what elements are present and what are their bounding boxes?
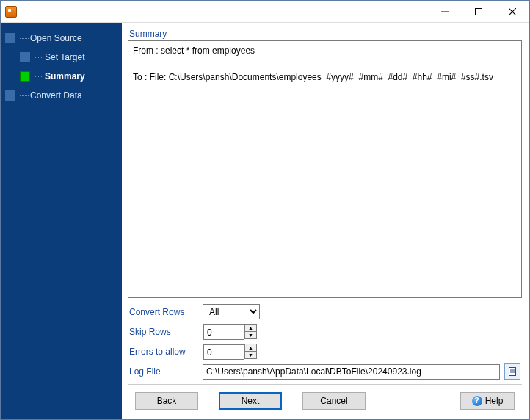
- svg-rect-4: [509, 368, 516, 376]
- help-icon: ?: [472, 396, 482, 406]
- maximize-button[interactable]: [462, 1, 495, 22]
- step-label: Summary: [45, 71, 85, 82]
- step-label: Set Target: [45, 52, 84, 62]
- step-label: Open Source: [30, 33, 82, 43]
- body: Open Source Set Target Summary Convert D…: [1, 23, 529, 419]
- browse-log-file-button[interactable]: [504, 363, 520, 380]
- errors-allow-label: Errors to allow: [129, 347, 203, 357]
- step-open-source[interactable]: Open Source: [1, 29, 122, 48]
- step-connector: [35, 57, 43, 58]
- close-button[interactable]: [495, 1, 529, 22]
- step-label: Convert Data: [30, 90, 82, 101]
- skip-rows-input[interactable]: [203, 325, 244, 340]
- next-button[interactable]: Next: [219, 392, 282, 410]
- log-file-input[interactable]: [203, 364, 500, 380]
- back-button[interactable]: Back: [135, 392, 198, 410]
- skip-rows-label: Skip Rows: [129, 327, 203, 337]
- help-label: Help: [485, 396, 504, 406]
- step-set-target[interactable]: Set Target: [1, 48, 122, 67]
- errors-allow-spinner: ▲ ▼: [203, 344, 257, 359]
- svg-rect-1: [476, 8, 482, 15]
- options-form: Convert Rows All Skip Rows ▲ ▼: [128, 298, 522, 384]
- file-icon: [508, 367, 517, 376]
- errors-allow-input[interactable]: [203, 344, 244, 360]
- step-connector: [20, 38, 29, 39]
- skip-rows-spinner: ▲ ▼: [203, 324, 257, 339]
- main-panel: Summary From : select * from employees T…: [122, 23, 529, 419]
- convert-rows-label: Convert Rows: [129, 307, 203, 317]
- step-connector: [20, 95, 29, 96]
- skip-rows-row: Skip Rows ▲ ▼: [129, 324, 520, 339]
- step-bullet-icon: [5, 33, 15, 43]
- step-bullet-icon: [20, 52, 30, 62]
- convert-rows-row: Convert Rows All: [129, 304, 520, 319]
- summary-section-label: Summary: [129, 29, 522, 39]
- spin-down-icon[interactable]: ▼: [245, 332, 256, 339]
- help-button[interactable]: ? Help: [460, 392, 515, 410]
- app-icon: [5, 6, 17, 18]
- convert-rows-select[interactable]: All: [203, 304, 260, 319]
- step-bullet-icon: [5, 90, 15, 101]
- step-summary[interactable]: Summary: [1, 67, 122, 86]
- log-file-row: Log File: [129, 363, 520, 380]
- titlebar: [1, 1, 529, 23]
- step-bullet-icon: [20, 71, 30, 82]
- cancel-button[interactable]: Cancel: [302, 392, 366, 410]
- spin-down-icon[interactable]: ▼: [245, 352, 256, 359]
- step-convert-data[interactable]: Convert Data: [1, 86, 122, 105]
- spin-up-icon[interactable]: ▲: [245, 344, 256, 352]
- wizard-footer: Back Next Cancel ? Help: [128, 384, 522, 416]
- wizard-steps-sidebar: Open Source Set Target Summary Convert D…: [1, 23, 122, 419]
- step-connector: [35, 76, 43, 77]
- spin-up-icon[interactable]: ▲: [245, 325, 256, 332]
- wizard-window: Open Source Set Target Summary Convert D…: [0, 0, 530, 420]
- log-file-label: Log File: [129, 366, 203, 377]
- errors-allow-row: Errors to allow ▲ ▼: [129, 344, 520, 359]
- minimize-button[interactable]: [428, 1, 462, 22]
- window-controls: [428, 1, 529, 22]
- summary-textarea[interactable]: From : select * from employees To : File…: [128, 40, 522, 298]
